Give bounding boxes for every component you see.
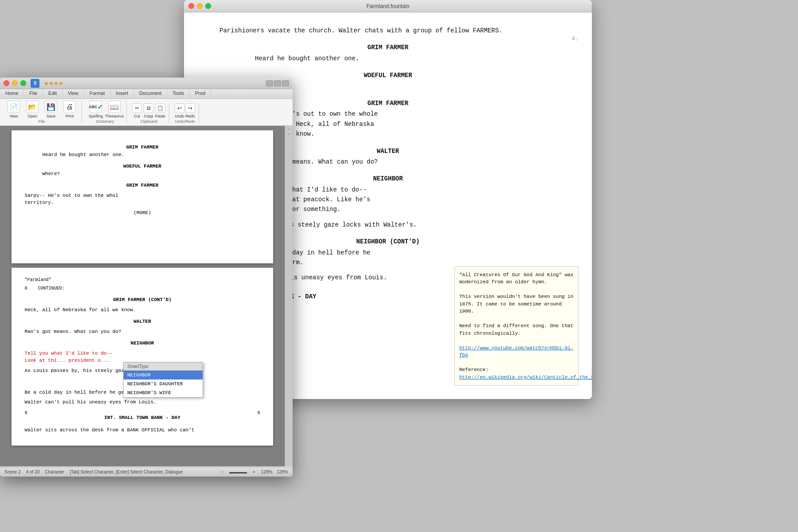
doc-action-3: Man's got means. What can you do? xyxy=(25,328,260,336)
doc-char-2: WOEFUL FARMER xyxy=(25,163,260,170)
cut-button[interactable]: ✂ Cut xyxy=(132,103,142,118)
ribbon-undoredo-label: Undo/Redo xyxy=(175,119,195,124)
smarttype-dropdown[interactable]: SmartType NEIGHBOR NEIGHBOR'S DAUGHTER N… xyxy=(123,362,203,398)
save-icon: 💾 xyxy=(45,101,57,113)
thesaurus-icon: 📖 xyxy=(108,101,121,113)
new-button[interactable]: 📄 New xyxy=(5,101,22,118)
copy-button[interactable]: ⧉ Copy xyxy=(144,103,153,118)
fountain-minimize-button[interactable] xyxy=(197,3,203,9)
app-minimize-button[interactable] xyxy=(12,80,18,86)
fountain-note-ref-label: Reference: xyxy=(459,367,489,372)
fountain-note-link-1[interactable]: http://www.youtube.com/watch?v=HSbi-9i-f… xyxy=(459,345,573,358)
app-titlebar-btn-1[interactable] xyxy=(266,80,273,86)
statusbar: Scene 2 4 of 20 Character [Tab] Select C… xyxy=(0,467,293,477)
thesaurus-button[interactable]: 📖 Thesaurus xyxy=(106,101,123,118)
print-icon: 🖨 xyxy=(63,101,76,113)
zoom-minus-icon[interactable]: − xyxy=(219,469,225,474)
app-icon: S xyxy=(31,79,39,88)
doc-paren-1: (MORE) xyxy=(51,209,234,217)
doc-page-2: "Farmland" 8 CONTINUED: GRIM FARMER (CON… xyxy=(12,268,274,446)
doc-char-3: GRIM FARMER xyxy=(25,182,260,189)
statusbar-hint: [Tab] Select Character, [Enter] Select C… xyxy=(70,469,183,474)
fountain-maximize-button[interactable] xyxy=(205,3,211,9)
fountain-note-text-1: "All Creatures Of Our God And King" was … xyxy=(459,272,573,285)
smarttype-item-neighbor-wife[interactable]: NEIGHBOR'S WIFE xyxy=(124,388,203,397)
paste-button[interactable]: 📋 Paste xyxy=(155,103,165,118)
ribbon-group-clipboard: ✂ Cut ⧉ Copy 📋 Paste Clipboard xyxy=(130,103,169,124)
ribbon-group-dictionary: ABC✓ Spelling 📖 Thesaurus Dictionary xyxy=(86,101,127,124)
paste-icon: 📋 xyxy=(156,103,165,113)
doc-scene-num-right: 9 xyxy=(257,410,260,424)
tab-document[interactable]: Document xyxy=(134,89,167,98)
smarttype-item-neighbor[interactable]: NEIGHBOR xyxy=(124,371,203,379)
redo-button[interactable]: ↪ Redo xyxy=(185,103,195,118)
app-stars: ★★★★ xyxy=(44,80,63,86)
ribbon-group-clipboard-buttons: ✂ Cut ⧉ Copy 📋 Paste xyxy=(132,103,165,118)
app-maximize-button[interactable] xyxy=(20,80,26,86)
doc-char-5: WALTER xyxy=(25,318,260,325)
fountain-page-number: 4. xyxy=(571,35,579,44)
open-button[interactable]: 📂 Open xyxy=(24,101,41,118)
tab-format[interactable]: Format xyxy=(84,89,111,98)
ribbon: Home File Edit View Format Insert Docume… xyxy=(0,89,293,126)
doc-char-1: GRIM FARMER xyxy=(25,144,260,151)
zoom-bar: ▬▬▬▬ xyxy=(229,469,247,474)
tab-home[interactable]: Home xyxy=(0,89,24,98)
side-marker-2: * xyxy=(288,133,289,137)
fountain-titlebar: Farmland.fountain xyxy=(184,0,592,12)
tab-edit[interactable]: Edit xyxy=(43,89,63,98)
ribbon-clipboard-label: Clipboard xyxy=(140,119,157,124)
tab-tools[interactable]: Tools xyxy=(167,89,190,98)
ribbon-tabs: Home File Edit View Format Insert Docume… xyxy=(0,89,293,99)
ribbon-file-label: File xyxy=(39,119,45,124)
cut-icon: ✂ xyxy=(132,103,142,113)
app-titlebar: S ★★★★ xyxy=(0,78,293,89)
fountain-note-text-2: This version wouldn't have been sung in … xyxy=(459,294,573,314)
tab-view[interactable]: View xyxy=(63,89,84,98)
side-marker-1: * xyxy=(288,128,289,132)
open-icon: 📂 xyxy=(26,101,39,113)
smarttype-header: SmartType xyxy=(124,363,203,371)
statusbar-scene: Scene 2 xyxy=(4,469,21,474)
doc-action-2: Heck, all of Nebraska for all we know. xyxy=(25,306,260,314)
tab-file[interactable]: File xyxy=(24,89,43,98)
app-titlebar-buttons xyxy=(266,80,289,86)
tab-insert[interactable]: Insert xyxy=(111,89,134,98)
spelling-icon: ABC✓ xyxy=(90,101,102,113)
ribbon-body: 📄 New 📂 Open 💾 Save 🖨 Print xyxy=(0,99,293,125)
fountain-dialogue-4: Man's got means. What can you do? xyxy=(255,157,521,167)
doc-char-6: NEIGHBOR xyxy=(25,340,260,347)
fountain-dialogue-3: Sarpy-- He's out to own the wholeterrito… xyxy=(255,109,521,139)
app-titlebar-btn-2[interactable] xyxy=(274,80,281,86)
statusbar-zoom-percent: 128% xyxy=(277,469,288,474)
fountain-dialogue-6: Be a cold day in hell before hegets my f… xyxy=(255,248,521,268)
app-titlebar-btn-3[interactable] xyxy=(282,80,289,86)
fountain-action-1: Parishioners vacate the church. Walter c… xyxy=(219,26,556,35)
ribbon-dictionary-label: Dictionary xyxy=(96,119,114,124)
redo-icon: ↪ xyxy=(185,103,195,113)
doc-action-1: Sarpy-- He's out to own the wholterritor… xyxy=(25,192,260,207)
doc-action-6: Walter can't pull his uneasy eyes from L… xyxy=(25,399,260,406)
doc-dialogue-2: Where? xyxy=(43,170,243,178)
doc-dialogue-1: Heard he bought another one. xyxy=(43,151,243,159)
ribbon-group-dictionary-buttons: ABC✓ Spelling 📖 Thesaurus xyxy=(87,101,123,118)
statusbar-zoom-value: 128% xyxy=(261,469,273,474)
fountain-note-link-2[interactable]: http://en.wikipedia.org/wiki/Canticle_of… xyxy=(459,375,592,380)
app-window: S ★★★★ Home File Edit View Format Insert… xyxy=(0,78,293,477)
save-button[interactable]: 💾 Save xyxy=(43,101,59,118)
zoom-plus-icon[interactable]: + xyxy=(251,469,257,474)
undo-button[interactable]: ↩ Undo xyxy=(175,103,184,118)
fountain-char-1: GRIM FARMER xyxy=(219,43,556,52)
doc-page-1: GRIM FARMER Heard he bought another one.… xyxy=(12,130,274,263)
fountain-dialogue-1: Heard he bought another one. xyxy=(255,54,521,63)
tab-prod[interactable]: Prod xyxy=(190,89,211,98)
doc-scroll[interactable]: GRIM FARMER Heard he bought another one.… xyxy=(0,126,285,466)
app-close-button[interactable] xyxy=(4,80,9,86)
ribbon-group-undoredo-buttons: ↩ Undo ↪ Redo xyxy=(175,103,195,118)
print-button[interactable]: 🖨 Print xyxy=(61,101,78,118)
spelling-button[interactable]: ABC✓ Spelling xyxy=(87,101,104,118)
fountain-close-button[interactable] xyxy=(188,3,194,9)
doc-continued: 8 CONTINUED: xyxy=(25,285,260,292)
smarttype-item-neighbor-daughter[interactable]: NEIGHBOR'S DAUGHTER xyxy=(124,379,203,388)
doc-scene-num-left: 9 xyxy=(25,410,27,424)
